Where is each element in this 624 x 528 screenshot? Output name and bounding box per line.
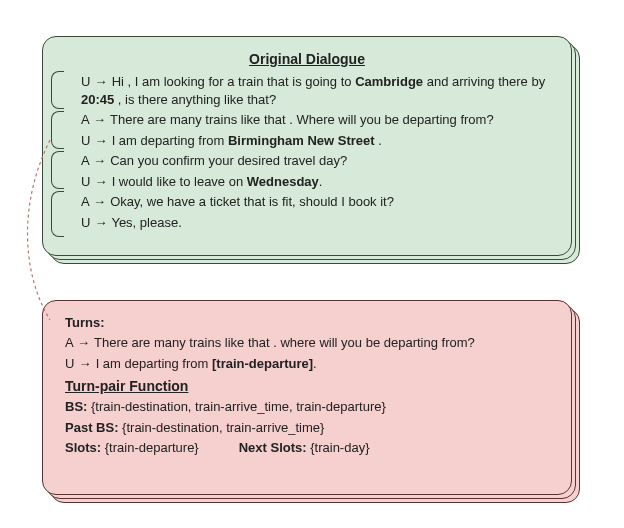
dialogue-line: U → Hi , I am looking for a train that i…: [81, 73, 553, 108]
bold-slot: Wednesday: [247, 174, 319, 189]
dialogue-line: U → I am departing from [train-departure…: [65, 355, 549, 373]
segment: and arriving there by: [423, 74, 545, 89]
next-slots-group: Next Slots: {train-day}: [239, 439, 370, 457]
dialogue-line: U → Yes, please.: [81, 214, 553, 232]
bold-slot: Birmingham New Street: [228, 133, 375, 148]
bold-slot: 20:45: [81, 92, 114, 107]
bs-label: BS:: [65, 399, 87, 414]
speaker: A: [81, 194, 89, 209]
arrow-icon: →: [93, 111, 107, 129]
slots-row: Slots: {train-departure} Next Slots: {tr…: [65, 439, 549, 457]
speaker: U: [81, 215, 90, 230]
next-slots-label: Next Slots:: [239, 440, 307, 455]
past-bs-label: Past BS:: [65, 420, 118, 435]
segment: I am departing from: [112, 133, 228, 148]
segment: Yes, please.: [111, 215, 181, 230]
arrow-icon: →: [94, 73, 108, 91]
original-dialogue-title: Original Dialogue: [61, 51, 553, 67]
slots-label: Slots:: [65, 440, 101, 455]
card-front: Turns: A → There are many trains like th…: [42, 300, 572, 495]
arrow-icon: →: [94, 214, 108, 232]
arrow-icon: →: [78, 355, 92, 373]
segment: I am departing from: [96, 356, 212, 371]
turn-pair-card: Turns: A → There are many trains like th…: [42, 300, 572, 495]
arrow-icon: →: [93, 152, 107, 170]
speaker: U: [81, 74, 90, 89]
card-front: Original Dialogue U → Hi , I am looking …: [42, 36, 572, 256]
arrow-icon: →: [94, 173, 108, 191]
arrow-icon: →: [77, 334, 91, 352]
next-slots-value: {train-day}: [310, 440, 369, 455]
speaker: A: [65, 335, 73, 350]
slots-value: {train-departure}: [105, 440, 199, 455]
speaker: A: [81, 153, 89, 168]
segment: .: [375, 133, 382, 148]
bs-value: {train-destination, train-arrive_time, t…: [91, 399, 386, 414]
turn-pair-function-title: Turn-pair Function: [65, 378, 549, 394]
segment: , is there anything like that?: [114, 92, 276, 107]
bold-slot: [train-departure]: [212, 356, 313, 371]
diagram-root: Original Dialogue U → Hi , I am looking …: [0, 0, 624, 528]
dialogue-line: A → Okay, we have a ticket that is fit, …: [81, 193, 553, 211]
arrow-icon: →: [94, 132, 108, 150]
segment: .: [319, 174, 323, 189]
original-dialogue-card: Original Dialogue U → Hi , I am looking …: [42, 36, 572, 256]
original-dialogue-lines: U → Hi , I am looking for a train that i…: [81, 73, 553, 231]
dialogue-line: A → Can you confirm your desired travel …: [81, 152, 553, 170]
slots-group: Slots: {train-departure}: [65, 439, 199, 457]
bold-slot: Cambridge: [355, 74, 423, 89]
turns-heading: Turns:: [65, 315, 549, 330]
dialogue-line: U → I am departing from Birmingham New S…: [81, 132, 553, 150]
segment: There are many trains like that . where …: [94, 335, 475, 350]
bs-row: BS: {train-destination, train-arrive_tim…: [65, 398, 549, 416]
speaker: U: [65, 356, 74, 371]
segment: Okay, we have a ticket that is fit, shou…: [110, 194, 394, 209]
brace-decoration: [51, 71, 65, 241]
segment: .: [313, 356, 317, 371]
segment: Hi , I am looking for a train that is go…: [112, 74, 356, 89]
segment: I would like to leave on: [112, 174, 247, 189]
segment: There are many trains like that . Where …: [110, 112, 494, 127]
speaker: A: [81, 112, 89, 127]
past-bs-value: {train-destination, train-arrive_time}: [122, 420, 324, 435]
speaker: U: [81, 174, 90, 189]
segment: Can you confirm your desired travel day?: [110, 153, 347, 168]
dialogue-line: U → I would like to leave on Wednesday.: [81, 173, 553, 191]
dialogue-line: A → There are many trains like that . Wh…: [81, 111, 553, 129]
past-bs-row: Past BS: {train-destination, train-arriv…: [65, 419, 549, 437]
dialogue-line: A → There are many trains like that . wh…: [65, 334, 549, 352]
speaker: U: [81, 133, 90, 148]
arrow-icon: →: [93, 193, 107, 211]
